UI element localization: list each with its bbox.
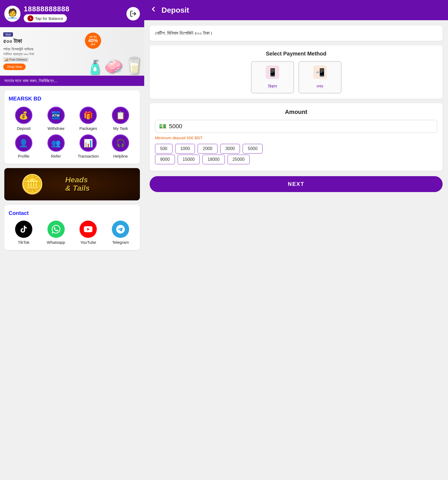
packages-icon: 🎁 xyxy=(80,107,97,124)
chip-9000[interactable]: 9000 xyxy=(155,155,175,164)
chip-1000[interactable]: 1000 xyxy=(175,144,195,154)
marquee-bar: সততার সাথে কাজ করুন, নিরবিচ্ছিন্ন... xyxy=(0,76,144,86)
bkash-icon: 📱 xyxy=(266,65,280,82)
svg-text:📲: 📲 xyxy=(315,68,325,77)
chip-3000[interactable]: 3000 xyxy=(220,144,240,154)
header-info: 18888888888 ৳ Tap for Balance xyxy=(24,5,70,22)
youtube-icon xyxy=(80,221,97,238)
amount-box: Amount 💵 Minimum deposit 500 BDT 500 100… xyxy=(150,103,443,171)
contact-item-whatsapp[interactable]: Whatsapp xyxy=(41,221,71,245)
deposit-content: নোটিশ: মিনিমাম ডিপোজিট ৫০০ টাকা। Select … xyxy=(144,20,448,197)
helpline-icon: 🎧 xyxy=(112,134,129,152)
refer-label: Refer xyxy=(51,154,61,158)
transaction-label: Transaction xyxy=(78,154,99,158)
helpline-label: Helpline xyxy=(113,154,128,158)
left-panel: 🧑‍💼 18888888888 ৳ Tap for Balance xyxy=(0,0,144,480)
menu-item-helpline[interactable]: 🎧 Helpline xyxy=(105,134,136,158)
next-button[interactable]: NEXT xyxy=(150,176,443,192)
main-content: MEARSK BD 💰 Deposit 🏧 Withdraw 🎁 Package… xyxy=(0,86,144,254)
packages-label: Packages xyxy=(79,126,97,131)
balance-label: Tap for Balance xyxy=(35,16,63,21)
avatar-icon: 🧑‍💼 xyxy=(6,8,19,19)
bkash-label: বিকাশ xyxy=(268,84,277,89)
game-coin-icon: 🪙 xyxy=(20,173,44,195)
payment-method-nagad[interactable]: 📲 নগদ xyxy=(298,61,342,93)
payment-method-title: Select Payment Method xyxy=(155,51,437,57)
contact-grid: TikTok Whatsapp xyxy=(9,221,136,245)
contact-title: Contact xyxy=(9,210,136,216)
transaction-icon: 📊 xyxy=(80,134,97,152)
promo-banner: Mall ৫০০ টাকা পর্যন্ত ডিসকাউন্ট ভাউচার স… xyxy=(0,27,144,76)
tiktok-label: TikTok xyxy=(18,240,29,245)
menu-grid: 💰 Deposit 🏧 Withdraw 🎁 Packages 📋 My Tas… xyxy=(9,107,136,158)
menu-item-refer[interactable]: 👥 Refer xyxy=(41,134,71,158)
contact-item-telegram[interactable]: Telegram xyxy=(105,221,136,245)
menu-item-profile[interactable]: 👤 Profile xyxy=(9,134,39,158)
contact-card: Contact TikTok Wha xyxy=(4,205,140,250)
amount-chips-row2: 9000 15000 18000 25000 xyxy=(155,155,437,164)
marquee-text: সততার সাথে কাজ করুন, নিরবিচ্ছিন্ন... xyxy=(4,78,57,83)
nagad-icon: 📲 xyxy=(313,65,327,82)
profile-icon: 👤 xyxy=(15,134,32,152)
deposit-page-title: Deposit xyxy=(161,6,189,15)
chip-18000[interactable]: 18000 xyxy=(202,155,225,164)
deposit-icon: 💰 xyxy=(15,107,32,124)
contact-item-youtube[interactable]: YouTube xyxy=(73,221,104,245)
menu-title: MEARSK BD xyxy=(9,96,136,102)
whatsapp-icon xyxy=(47,221,65,238)
avatar: 🧑‍💼 xyxy=(4,6,20,22)
svg-text:📱: 📱 xyxy=(268,68,277,77)
tiktok-icon xyxy=(15,221,32,238)
shop-now-button[interactable]: Shop Now xyxy=(3,64,26,70)
deposit-header: Deposit xyxy=(144,0,448,20)
banner-title: ৫০০ টাকা পর্যন্ত ডিসকাউন্ট ভাউচার xyxy=(3,38,34,52)
amount-chips-row1: 500 1000 2000 3000 5000 xyxy=(155,144,437,154)
refer-icon: 👥 xyxy=(47,134,65,152)
notice-text: নোটিশ: মিনিমাম ডিপোজিট ৫০০ টাকা। xyxy=(155,30,213,36)
banner-left: Mall ৫০০ টাকা পর্যন্ত ডিসকাউন্ট ভাউচার স… xyxy=(3,32,34,70)
game-banner[interactable]: 🪙 Heads & Tails xyxy=(4,168,140,200)
logout-button[interactable] xyxy=(126,7,140,20)
profile-label: Profile xyxy=(18,154,30,158)
mall-label: Mall xyxy=(5,33,11,36)
payment-method-bkash[interactable]: 📱 বিকাশ xyxy=(251,61,294,93)
amount-input[interactable] xyxy=(169,123,433,130)
balance-button[interactable]: ৳ Tap for Balance xyxy=(24,14,67,22)
right-panel: Deposit নোটিশ: মিনিমাম ডিপোজিট ৫০০ টাকা।… xyxy=(144,0,448,480)
mytask-icon: 📋 xyxy=(112,107,129,124)
withdraw-label: Withdraw xyxy=(47,126,64,131)
mytask-label: My Task xyxy=(113,126,128,131)
game-title: Heads & Tails xyxy=(65,176,90,193)
menu-item-transaction[interactable]: 📊 Transaction xyxy=(73,134,104,158)
youtube-label: YouTube xyxy=(80,240,96,245)
phone-number: 18888888888 xyxy=(24,5,70,13)
menu-item-withdraw[interactable]: 🏧 Withdraw xyxy=(41,107,71,131)
whatsapp-label: Whatsapp xyxy=(47,240,65,245)
menu-item-packages[interactable]: 🎁 Packages xyxy=(73,107,104,131)
menu-item-mytask[interactable]: 📋 My Task xyxy=(105,107,136,131)
deposit-label: Deposit xyxy=(17,126,30,131)
discount-badge: UP TO 40% OFF xyxy=(85,33,101,49)
telegram-label: Telegram xyxy=(112,240,129,245)
chip-15000[interactable]: 15000 xyxy=(178,155,200,164)
amount-input-icon: 💵 xyxy=(159,123,166,130)
banner-inner: Mall ৫০০ টাকা পর্যন্ত ডিসকাউন্ট ভাউচার স… xyxy=(0,27,144,75)
app-header: 🧑‍💼 18888888888 ৳ Tap for Balance xyxy=(0,0,144,27)
balance-badge-icon: ৳ xyxy=(27,15,33,21)
contact-item-tiktok[interactable]: TikTok xyxy=(9,221,39,245)
banner-sub: সর্বনিম্ন ক্রয়মূল্য ৯৯৯ টাকা xyxy=(3,52,34,56)
amount-title: Amount xyxy=(155,109,437,116)
chip-5000[interactable]: 5000 xyxy=(243,144,263,154)
nagad-label: নগদ xyxy=(316,84,323,89)
back-button[interactable] xyxy=(150,5,157,15)
withdraw-icon: 🏧 xyxy=(47,107,65,124)
telegram-icon xyxy=(112,221,129,238)
chip-2000[interactable]: 2000 xyxy=(198,144,218,154)
payment-method-box: Select Payment Method 📱 বিকাশ xyxy=(150,45,443,99)
chip-500[interactable]: 500 xyxy=(155,144,173,154)
chip-25000[interactable]: 25000 xyxy=(228,155,250,164)
menu-item-deposit[interactable]: 💰 Deposit xyxy=(9,107,39,131)
delivery-badge: 🚚 Free Delivery xyxy=(3,57,29,62)
header-left: 🧑‍💼 18888888888 ৳ Tap for Balance xyxy=(4,5,70,22)
amount-input-wrapper: 💵 xyxy=(155,120,437,133)
